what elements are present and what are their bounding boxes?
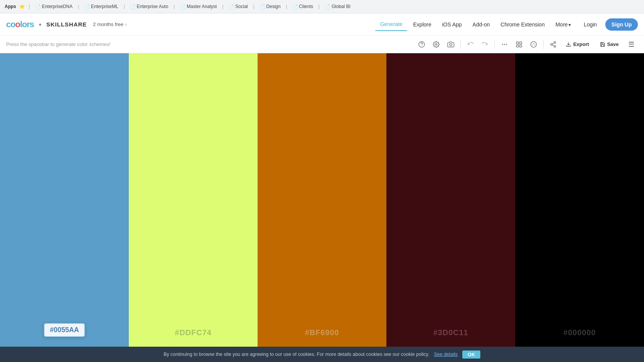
color-swatch-1[interactable]: #0055AA (0, 53, 129, 348)
menu-button[interactable]: ☰ (625, 38, 638, 51)
color-hex-4[interactable]: #3D0C11 (433, 328, 468, 337)
svg-point-17 (554, 46, 556, 48)
nav-addon[interactable]: Add-on (468, 18, 495, 31)
logo-area: coolors + SKILLSHARE 2 months free › (6, 20, 127, 29)
bookmark-icon: 📄 (180, 4, 186, 9)
bookmark-global-bi[interactable]: 📄 Global BI (324, 3, 352, 10)
cookie-text: By continuing to browse the site you are… (164, 352, 429, 357)
promo-label: 2 months free (93, 21, 124, 27)
bookmark-label: Design (266, 4, 281, 9)
bookmark-icon: 📄 (292, 4, 298, 9)
export-button[interactable]: Export (561, 39, 593, 49)
bookmark-enterprise-auto[interactable]: 📄 Enterprise Auto (129, 3, 170, 10)
app-header: coolors + SKILLSHARE 2 months free › Gen… (0, 13, 644, 36)
svg-point-15 (554, 41, 556, 43)
bookmark-enterprise-ml[interactable]: 📄 EnterpriseML (83, 3, 120, 10)
svg-line-18 (552, 45, 554, 46)
auth-links: Login Sign Up (578, 18, 638, 31)
toolbar-hint: Press the spacebar to generate color sch… (6, 41, 415, 47)
plus-sign: + (39, 21, 42, 28)
svg-point-1 (422, 46, 422, 46)
star-icon: ⭐ (19, 4, 25, 9)
bookmark-social[interactable]: 📄 Social (227, 3, 250, 10)
svg-point-14 (534, 44, 535, 45)
bookmark-master-analyst[interactable]: 📄 Master Analyst (179, 3, 219, 10)
color-hex-2[interactable]: #DDFC74 (175, 328, 212, 337)
color-hex-3[interactable]: #BF6900 (305, 328, 339, 337)
undo-button[interactable] (464, 38, 477, 51)
svg-line-19 (552, 43, 554, 44)
color-swatch-3[interactable]: #BF6900 (258, 53, 386, 348)
cookie-banner: By continuing to browse the site you are… (0, 347, 644, 362)
svg-point-11 (531, 41, 537, 47)
color-swatch-4[interactable]: #3D0C11 (386, 53, 515, 348)
login-button[interactable]: Login (578, 18, 602, 31)
bookmark-label: Global BI (332, 4, 350, 9)
svg-point-4 (504, 44, 505, 45)
nav-ios-app[interactable]: iOS App (437, 18, 466, 31)
camera-icon-button[interactable] (444, 38, 457, 51)
bookmark-design[interactable]: 📄 Design (258, 3, 282, 10)
palette-icon-button[interactable] (527, 38, 540, 51)
bookmark-label: EnterpriseDNA (42, 4, 72, 9)
bookmark-label: EnterpriseML (91, 4, 118, 9)
divider (543, 40, 544, 49)
svg-rect-7 (517, 42, 519, 44)
divider (460, 40, 461, 49)
nav-chrome-extension[interactable]: Chrome Extension (496, 18, 549, 31)
bookmark-clients[interactable]: 📄 Clients (291, 3, 315, 10)
svg-point-16 (551, 43, 553, 45)
share-icon-button[interactable] (547, 38, 560, 51)
nav-more[interactable]: More (551, 18, 575, 31)
export-label: Export (573, 41, 589, 47)
svg-point-2 (435, 43, 437, 45)
cookie-see-details[interactable]: See details (434, 352, 458, 357)
bookmark-icon: 📄 (325, 4, 330, 9)
svg-point-3 (450, 43, 452, 46)
svg-rect-9 (517, 45, 519, 47)
palette-container: #0055AA #DDFC74 #BF6900 #3D0C11 #000000 (0, 53, 644, 348)
toolbar-icons: Export Save ☰ (415, 38, 638, 51)
bookmark-icon: 📄 (84, 4, 90, 9)
skillshare-logo: SKILLSHARE (46, 21, 87, 28)
redo-button[interactable] (478, 38, 491, 51)
chevron-down-icon (568, 21, 571, 28)
svg-rect-8 (520, 42, 522, 44)
svg-point-5 (506, 44, 507, 45)
promo-arrow: › (125, 21, 127, 27)
svg-rect-10 (520, 45, 522, 47)
color-swatch-5[interactable]: #000000 (515, 53, 644, 348)
bookmark-icon: 📄 (229, 4, 234, 9)
apps-label[interactable]: Apps (5, 4, 16, 9)
signup-button[interactable]: Sign Up (605, 18, 638, 31)
svg-point-12 (533, 43, 534, 43)
bookmark-enterprise-dna[interactable]: 📄 EnterpriseDNA (34, 3, 74, 10)
svg-point-6 (502, 44, 503, 45)
color-swatch-2[interactable]: #DDFC74 (129, 53, 258, 348)
settings-icon-button[interactable] (430, 38, 443, 51)
help-icon-button[interactable] (415, 38, 428, 51)
bookmark-label: Social (235, 4, 248, 9)
save-button[interactable]: Save (595, 39, 623, 49)
nav-links: Generate Explore iOS App Add-on Chrome E… (375, 18, 575, 31)
svg-point-13 (532, 44, 533, 45)
bookmark-icon: 📄 (130, 4, 136, 9)
bookmark-label: Enterprise Auto (137, 4, 168, 9)
nav-explore[interactable]: Explore (409, 18, 436, 31)
promo-text[interactable]: 2 months free › (93, 21, 127, 27)
bookmark-icon: 📄 (260, 4, 265, 9)
nav-generate[interactable]: Generate (375, 18, 407, 31)
bookmark-label: Master Analyst (187, 4, 217, 9)
cookie-ok-button[interactable]: OK (462, 351, 481, 359)
color-hex-5[interactable]: #000000 (564, 328, 596, 337)
save-label: Save (607, 41, 619, 47)
view-icon-button[interactable] (498, 38, 511, 51)
bookmarks-bar: Apps ⭐ | 📄 EnterpriseDNA | 📄 EnterpriseM… (0, 0, 644, 13)
coolors-logo[interactable]: coolors (6, 20, 34, 29)
bookmark-icon: 📄 (35, 4, 41, 9)
grid-icon-button[interactable] (513, 38, 526, 51)
bookmark-label: Clients (299, 4, 313, 9)
toolbar: Press the spacebar to generate color sch… (0, 36, 644, 53)
divider (495, 40, 495, 49)
color-hex-1[interactable]: #0055AA (44, 323, 85, 337)
